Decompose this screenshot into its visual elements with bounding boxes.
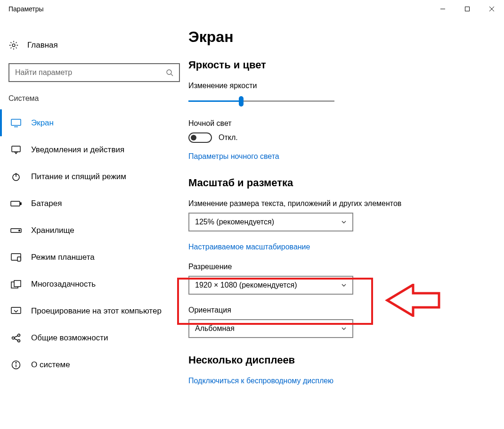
search-icon bbox=[166, 69, 173, 76]
main-panel: Экран Яркость и цвет Изменение яркости Н… bbox=[188, 18, 504, 429]
notification-icon bbox=[10, 146, 22, 154]
svg-rect-17 bbox=[17, 257, 21, 261]
svg-point-22 bbox=[18, 334, 20, 336]
sidebar-item-power[interactable]: Питание и спящий режим bbox=[0, 163, 188, 190]
chevron-down-icon bbox=[341, 219, 347, 225]
sidebar-item-label: Многозадачность bbox=[31, 280, 96, 289]
monitor-icon bbox=[10, 119, 22, 127]
sidebar-item-label: Режим планшета bbox=[31, 253, 95, 262]
scale-label: Изменение размера текста, приложений и д… bbox=[188, 199, 495, 208]
custom-scaling-link[interactable]: Настраиваемое масштабирование bbox=[188, 243, 310, 251]
category-label: Система bbox=[0, 94, 188, 109]
section-scale-heading: Масштаб и разметка bbox=[188, 177, 495, 189]
sidebar-item-battery[interactable]: Батарея bbox=[0, 190, 188, 217]
minimize-button[interactable] bbox=[431, 0, 455, 18]
sidebar-item-storage[interactable]: Хранилище bbox=[0, 217, 188, 244]
window-title: Параметры bbox=[8, 5, 44, 13]
nightlight-label: Ночной свет bbox=[188, 119, 495, 128]
power-icon bbox=[10, 172, 22, 182]
close-button[interactable] bbox=[480, 0, 504, 18]
search-input[interactable] bbox=[8, 63, 180, 82]
nightlight-toggle[interactable] bbox=[188, 132, 212, 143]
wireless-display-link[interactable]: Подключиться к беспроводному дисплею bbox=[188, 377, 333, 385]
gear-icon bbox=[8, 40, 19, 50]
svg-rect-20 bbox=[11, 307, 21, 314]
brightness-label: Изменение яркости bbox=[188, 82, 495, 90]
sidebar-item-label: Общие возможности bbox=[31, 333, 108, 343]
sidebar-item-projecting[interactable]: Проецирование на этот компьютер bbox=[0, 297, 188, 324]
svg-rect-1 bbox=[465, 7, 470, 11]
sidebar-item-notifications[interactable]: Уведомления и действия bbox=[0, 136, 188, 163]
sidebar-item-tablet[interactable]: Режим планшета bbox=[0, 244, 188, 271]
share-icon bbox=[10, 333, 22, 343]
svg-rect-13 bbox=[20, 203, 21, 205]
sidebar-item-label: Хранилище bbox=[31, 226, 74, 235]
sidebar-item-multitasking[interactable]: Многозадачность bbox=[0, 271, 188, 297]
sidebar-item-label: Уведомления и действия bbox=[31, 145, 124, 155]
sidebar: Главная Система Экран Уведомления и дейс… bbox=[0, 18, 188, 429]
info-icon bbox=[10, 360, 22, 370]
svg-rect-19 bbox=[14, 280, 21, 287]
svg-line-24 bbox=[14, 336, 18, 338]
scale-dropdown[interactable]: 125% (рекомендуется) bbox=[188, 213, 353, 231]
svg-rect-7 bbox=[11, 119, 21, 125]
sidebar-item-shared[interactable]: Общие возможности bbox=[0, 324, 188, 351]
orientation-value: Альбомная bbox=[195, 324, 235, 333]
sidebar-item-display[interactable]: Экран bbox=[0, 109, 188, 136]
home-label: Главная bbox=[27, 41, 58, 50]
svg-point-15 bbox=[19, 230, 20, 231]
titlebar: Параметры bbox=[0, 0, 504, 18]
home-button[interactable]: Главная bbox=[0, 36, 188, 55]
resolution-value: 1920 × 1080 (рекомендуется) bbox=[195, 281, 297, 289]
sidebar-item-label: Проецирование на этот компьютер bbox=[31, 306, 162, 316]
section-multi-heading: Несколько дисплеев bbox=[188, 354, 495, 366]
sidebar-item-label: Батарея bbox=[31, 199, 62, 208]
page-title: Экран bbox=[188, 28, 495, 46]
nightlight-settings-link[interactable]: Параметры ночного света bbox=[188, 152, 279, 161]
resolution-dropdown[interactable]: 1920 × 1080 (рекомендуется) bbox=[188, 276, 353, 295]
close-icon bbox=[489, 6, 495, 12]
resolution-label: Разрешение bbox=[188, 263, 495, 271]
sidebar-item-label: Экран bbox=[31, 118, 54, 128]
svg-point-21 bbox=[12, 337, 15, 339]
scale-value: 125% (рекомендуется) bbox=[195, 218, 274, 226]
svg-point-23 bbox=[18, 339, 20, 342]
sidebar-item-label: Питание и спящий режим bbox=[31, 172, 126, 182]
orientation-dropdown[interactable]: Альбомная bbox=[188, 319, 353, 338]
chevron-down-icon bbox=[341, 282, 347, 288]
sidebar-item-label: О системе bbox=[31, 360, 70, 370]
minimize-icon bbox=[440, 6, 446, 12]
sidebar-item-about[interactable]: О системе bbox=[0, 351, 188, 378]
svg-rect-12 bbox=[11, 201, 20, 206]
maximize-icon bbox=[464, 6, 470, 12]
svg-rect-9 bbox=[12, 146, 20, 152]
section-brightness-heading: Яркость и цвет bbox=[188, 59, 495, 71]
window-controls bbox=[431, 0, 504, 18]
chevron-down-icon bbox=[341, 326, 347, 331]
svg-line-25 bbox=[14, 338, 18, 340]
svg-point-28 bbox=[16, 362, 16, 363]
svg-line-6 bbox=[171, 74, 173, 76]
multitask-icon bbox=[10, 280, 22, 289]
brightness-slider[interactable] bbox=[188, 95, 334, 108]
svg-point-4 bbox=[12, 44, 15, 47]
project-icon bbox=[10, 307, 22, 315]
svg-point-5 bbox=[167, 70, 171, 74]
storage-icon bbox=[10, 227, 22, 234]
maximize-button[interactable] bbox=[455, 0, 480, 18]
nightlight-state: Откл. bbox=[219, 133, 238, 142]
search-field[interactable] bbox=[15, 68, 166, 77]
tablet-icon bbox=[10, 253, 22, 262]
battery-icon bbox=[10, 200, 22, 207]
orientation-label: Ориентация bbox=[188, 306, 495, 314]
